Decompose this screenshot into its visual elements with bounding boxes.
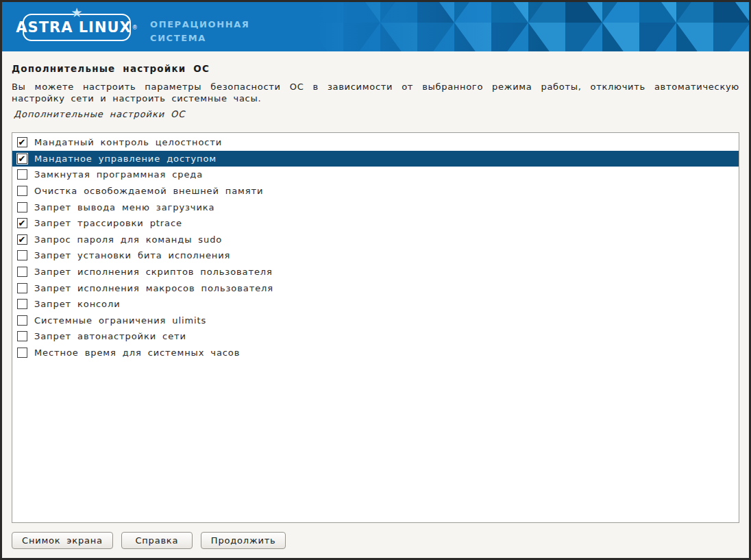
checkbox[interactable]: ✔ — [17, 218, 27, 228]
checkbox[interactable] — [17, 186, 27, 196]
list-item[interactable]: Запрет консоли — [12, 296, 739, 313]
list-item[interactable]: Замкнутая программная среда — [12, 167, 739, 183]
option-label: Запрет вывода меню загрузчика — [34, 202, 214, 212]
option-label: Замкнутая программная среда — [34, 169, 203, 180]
screenshot-button[interactable]: Снимок экрана — [12, 532, 113, 549]
checkbox[interactable] — [17, 267, 27, 277]
list-item[interactable]: Системные ограничения ulimits — [12, 313, 739, 329]
list-item[interactable]: ✔ Мандатный контроль целостности — [12, 134, 739, 151]
registered-mark: ® — [132, 25, 138, 31]
header-banner: ★ ASTRA LINUX® ОПЕРАЦИОННАЯ СИСТЕМА — [2, 2, 749, 51]
brand-caption: ОПЕРАЦИОННАЯ СИСТЕМА — [150, 18, 249, 45]
checkbox[interactable]: ✔ — [17, 154, 27, 164]
checkbox[interactable] — [17, 299, 27, 309]
options-list: ✔ Мандатный контроль целостности ✔ Манда… — [12, 132, 739, 523]
checkbox[interactable] — [17, 348, 27, 358]
list-item[interactable]: ✔ Запрет трассировки ptrace — [12, 215, 739, 232]
page-title: Дополнительные настройки ОС — [2, 51, 749, 74]
list-item[interactable]: Местное время для системных часов — [12, 345, 739, 361]
astra-linux-logo: ★ ASTRA LINUX® — [23, 14, 131, 41]
brand-line1: ОПЕРАЦИОННАЯ — [150, 18, 249, 32]
list-caption: Дополнительные настройки ОС — [14, 109, 739, 119]
checkbox[interactable]: ✔ — [17, 137, 27, 147]
help-button[interactable]: Справка — [121, 532, 193, 549]
brand-line2: СИСТЕМА — [150, 32, 249, 45]
star-icon: ★ — [71, 6, 82, 19]
list-item[interactable]: ✔ Мандатное управление доступом — [12, 151, 739, 167]
option-label: Запрет установки бита исполнения — [34, 250, 230, 260]
option-label: Местное время для системных часов — [34, 348, 240, 358]
option-label: Запрет исполнения макросов пользователя — [34, 283, 273, 293]
continue-button[interactable]: Продолжить — [201, 532, 286, 549]
option-label: Запрос пароля для команды sudo — [34, 234, 222, 245]
option-label: Очистка освобождаемой внешней памяти — [34, 186, 263, 196]
list-item[interactable]: Запрет исполнения макросов пользователя — [12, 280, 739, 296]
checkbox[interactable] — [17, 202, 27, 212]
checkbox[interactable] — [17, 331, 27, 341]
option-label: Мандатный контроль целостности — [34, 137, 222, 147]
list-item[interactable]: Запрет исполнения скриптов пользователя — [12, 264, 739, 280]
installer-window: ★ ASTRA LINUX® ОПЕРАЦИОННАЯ СИСТЕМА Допо… — [0, 0, 751, 560]
list-item[interactable]: Запрет вывода меню загрузчика — [12, 199, 739, 215]
option-label: Запрет консоли — [34, 299, 121, 309]
option-label: Запрет трассировки ptrace — [34, 218, 182, 228]
list-item[interactable]: Запрет автонастройки сети — [12, 328, 739, 345]
option-label: Системные ограничения ulimits — [34, 315, 206, 326]
list-item[interactable]: Запрет установки бита исполнения — [12, 247, 739, 264]
content-area: Дополнительные настройки ОС Вы можете на… — [2, 51, 749, 558]
checkbox[interactable] — [17, 283, 27, 293]
list-item[interactable]: ✔ Запрос пароля для команды sudo — [12, 232, 739, 248]
checkbox[interactable] — [17, 315, 27, 326]
option-label: Мандатное управление доступом — [34, 154, 217, 164]
option-label: Запрет автонастройки сети — [34, 331, 186, 341]
logo-text: ASTRA LINUX — [16, 19, 131, 36]
page-description: Вы можете настроить параметры безопаснос… — [12, 81, 739, 104]
list-item[interactable]: Очистка освобождаемой внешней памяти — [12, 183, 739, 199]
option-label: Запрет исполнения скриптов пользователя — [34, 267, 273, 277]
checkbox[interactable] — [17, 250, 27, 260]
checkbox[interactable] — [17, 169, 27, 180]
footer-bar: Снимок экрана Справка Продолжить — [12, 532, 739, 549]
checkbox[interactable]: ✔ — [17, 234, 27, 245]
